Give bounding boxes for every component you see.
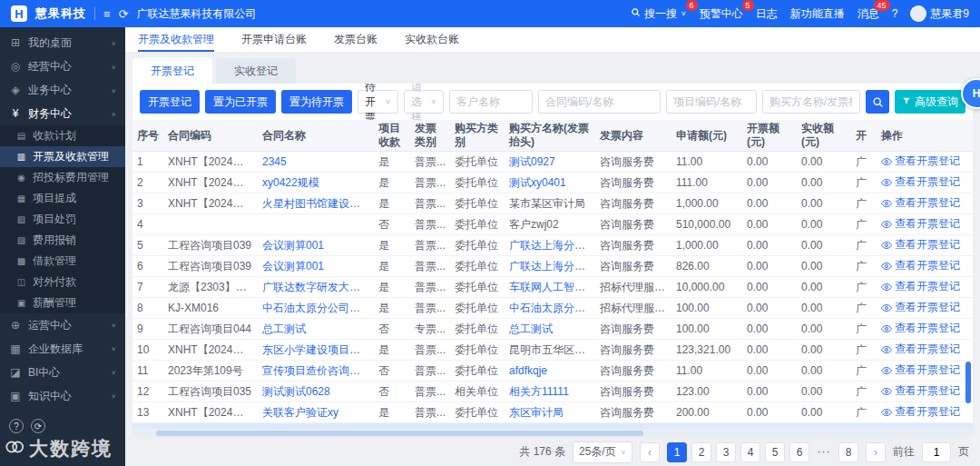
sidebar-subitem-8[interactable]: ▣薪酬管理: [0, 292, 125, 313]
page-tab-1[interactable]: 开票申请台账: [241, 27, 307, 52]
table-row[interactable]: 8KJ-XM016中石油太原分公司加油站点装...是普票...委托单位中石油太原…: [132, 298, 973, 319]
view-invoice-register-link[interactable]: 查看开票登记: [881, 279, 960, 294]
sidebar-subitem-6[interactable]: ▩借款管理: [0, 251, 125, 272]
sidebar-item-3[interactable]: ¥财务中心∧: [0, 102, 125, 125]
invoice-status-select[interactable]: 待开票 ∨: [358, 90, 398, 114]
cell-contract-name[interactable]: 测试测试0628: [258, 382, 374, 402]
cell-contract-name[interactable]: xy0422规模: [258, 173, 374, 193]
table-row[interactable]: 10XNHT【2024】012东区小学建设项目结算审核咨...是普票...委托单…: [132, 340, 973, 361]
goto-page-input[interactable]: [922, 442, 951, 462]
global-search[interactable]: 搜一搜 ∨ 6: [631, 6, 687, 22]
sidebar-item-2[interactable]: ◈业务中心∨: [0, 78, 125, 102]
view-invoice-register-link[interactable]: 查看开票登记: [881, 342, 960, 357]
view-invoice-register-link[interactable]: 查看开票登记: [881, 237, 960, 253]
cell-contract-name[interactable]: 广联达数字研发大厦项目咨询...: [258, 277, 374, 298]
horizontal-scrollbar[interactable]: [132, 429, 973, 438]
table-row[interactable]: 1XNHT【2024】0442345是普票...委托单位测试0927咨询服务费1…: [132, 152, 973, 173]
table-row[interactable]: 7龙源【2303】HC-032广联达数字研发大厦项目咨询...是普票...委托单…: [132, 277, 973, 298]
cell-contract-name[interactable]: 火星村图书馆建设项目-工程结...: [258, 193, 374, 214]
page-number-2[interactable]: 2: [691, 442, 711, 462]
page-number-6[interactable]: 6: [789, 442, 809, 462]
sidebar-subitem-3[interactable]: ▦项目提成: [0, 188, 125, 209]
user-menu[interactable]: 慧果君9: [910, 5, 969, 22]
page-number-3[interactable]: 3: [716, 442, 736, 462]
cell-buyer-name[interactable]: 东区审计局: [505, 402, 595, 423]
search-button[interactable]: [866, 90, 889, 114]
sub-tab-1[interactable]: 实收登记: [216, 58, 296, 84]
sidebar-item-7[interactable]: ▣知识中心∨: [0, 384, 125, 408]
sidebar-item-4[interactable]: ⊕运营中心∨: [0, 313, 125, 337]
page-size-select[interactable]: 25条/页 ∨: [573, 441, 632, 463]
table-row[interactable]: 12工程咨询项目035测试测试0628否普票...相关单位相关方11111咨询服…: [132, 382, 973, 402]
help-circle-icon[interactable]: ?: [9, 419, 24, 433]
sidebar-subitem-5[interactable]: ▨费用报销: [0, 230, 125, 251]
cell-buyer-name[interactable]: 测试0927: [505, 152, 595, 173]
sidebar-subitem-0[interactable]: ▤收款计划: [0, 125, 125, 146]
log-link[interactable]: 日志: [756, 6, 778, 22]
view-invoice-register-link[interactable]: 查看开票登记: [881, 195, 960, 211]
page-tab-2[interactable]: 发票台账: [334, 27, 377, 52]
table-row[interactable]: 112023年第109号宣传项目造价咨询合同1否普票...委托单位afdfkqj…: [132, 361, 973, 382]
cell-contract-name[interactable]: 会议测算001: [258, 235, 374, 256]
refresh-icon[interactable]: ⟳: [119, 8, 129, 20]
cell-buyer-name[interactable]: 车联网人工智能卫委员会: [505, 277, 595, 298]
project-code-name-input[interactable]: [666, 90, 757, 114]
cell-contract-name[interactable]: 会议测算001: [258, 256, 374, 277]
page-number-8[interactable]: 8: [838, 442, 858, 462]
sidebar-item-0[interactable]: ⊞我的桌面∨: [0, 31, 125, 55]
prev-page-button[interactable]: ‹: [640, 442, 660, 462]
sidebar-subitem-4[interactable]: ▧项目处罚: [0, 209, 125, 230]
view-invoice-register-link[interactable]: 查看开票登记: [881, 300, 960, 315]
help-button[interactable]: ?: [892, 7, 898, 20]
view-invoice-register-link[interactable]: 查看开票登记: [881, 216, 960, 232]
refresh-circle-icon[interactable]: ⟳: [31, 419, 45, 433]
cell-contract-name[interactable]: 2345: [258, 152, 374, 173]
warning-center-link[interactable]: 预警中心 5: [700, 6, 743, 22]
view-invoice-register-link[interactable]: 查看开票登记: [881, 258, 960, 273]
horizontal-scrollbar-thumb[interactable]: [156, 431, 643, 436]
menu-toggle-icon[interactable]: ≡: [103, 8, 111, 20]
generic-select[interactable]: 请选择 ∨: [404, 90, 444, 114]
table-row[interactable]: 2XNHT【2024】015xy0422规模是普票...委托单位测试xy0401…: [132, 173, 973, 193]
table-row[interactable]: 4否普票...委托单位客户zwj02咨询服务费510,000.000.000.0…: [132, 214, 973, 235]
buyer-name-input[interactable]: [762, 90, 860, 114]
cell-contract-name[interactable]: 中石油太原分公司加油站点装...: [258, 298, 374, 319]
cell-buyer-name[interactable]: 广联达上海分公司: [505, 235, 595, 256]
cell-contract-name[interactable]: 东区小学建设项目结算审核咨...: [258, 340, 374, 361]
cell-buyer-name[interactable]: afdfkqje: [505, 361, 595, 382]
message-center-link[interactable]: 消息 45: [858, 6, 879, 22]
sidebar-subitem-1[interactable]: ▥开票及收款管理: [0, 146, 125, 167]
advanced-query-button[interactable]: 高级查询: [895, 90, 965, 114]
invoice-register-button[interactable]: 开票登记: [140, 90, 200, 114]
sidebar-item-5[interactable]: ▦企业数据库∨: [0, 337, 125, 361]
page-number-1[interactable]: 1: [667, 442, 687, 462]
set-invoiced-button[interactable]: 置为已开票: [205, 90, 276, 114]
contract-code-name-input[interactable]: [538, 90, 661, 114]
table-row[interactable]: 13XNHT【2024】008关联客户验证xy是普票...委托单位东区审计局咨询…: [132, 402, 973, 423]
table-row[interactable]: 5工程咨询项目039会议测算001是普票...委托单位广联达上海分公司咨询服务费…: [132, 235, 973, 256]
view-invoice-register-link[interactable]: 查看开票登记: [881, 404, 960, 420]
cell-buyer-name[interactable]: 测试xy0401: [505, 173, 595, 193]
cell-buyer-name[interactable]: 总工测试: [505, 319, 595, 340]
sidebar-item-1[interactable]: ◎经营中心∨: [0, 55, 125, 78]
sidebar-item-6[interactable]: ◪BI中心∨: [0, 361, 125, 384]
cell-contract-name[interactable]: 宣传项目造价咨询合同1: [258, 361, 374, 382]
view-invoice-register-link[interactable]: 查看开票登记: [881, 174, 960, 190]
next-page-button[interactable]: ›: [866, 442, 886, 462]
view-invoice-register-link[interactable]: 查看开票登记: [881, 383, 960, 399]
set-pending-button[interactable]: 置为待开票: [281, 90, 352, 114]
view-invoice-register-link[interactable]: 查看开票登记: [881, 321, 960, 336]
sub-tab-0[interactable]: 开票登记: [132, 58, 212, 84]
sidebar-subitem-2[interactable]: ◉招投标费用管理: [0, 167, 125, 188]
cell-contract-name[interactable]: 关联客户验证xy: [258, 402, 374, 423]
table-row[interactable]: 9工程咨询项目044总工测试否专票...委托单位总工测试咨询服务费100.000…: [132, 319, 973, 340]
table-row[interactable]: 3XNHT【2024】037火星村图书馆建设项目-工程结...是普票...委托单…: [132, 193, 973, 214]
cell-buyer-name[interactable]: 相关方11111: [505, 382, 595, 402]
page-tab-3[interactable]: 实收款台账: [405, 27, 459, 52]
view-invoice-register-link[interactable]: 查看开票登记: [881, 154, 960, 169]
feature-live-link[interactable]: 新功能直播: [790, 6, 845, 22]
page-number-5[interactable]: 5: [765, 442, 785, 462]
table-row[interactable]: 6工程咨询项目039会议测算001是普票...委托单位广联达上海分公司咨询服务费…: [132, 256, 973, 277]
page-tab-0[interactable]: 开票及收款管理: [138, 27, 214, 52]
page-number-4[interactable]: 4: [740, 442, 760, 462]
